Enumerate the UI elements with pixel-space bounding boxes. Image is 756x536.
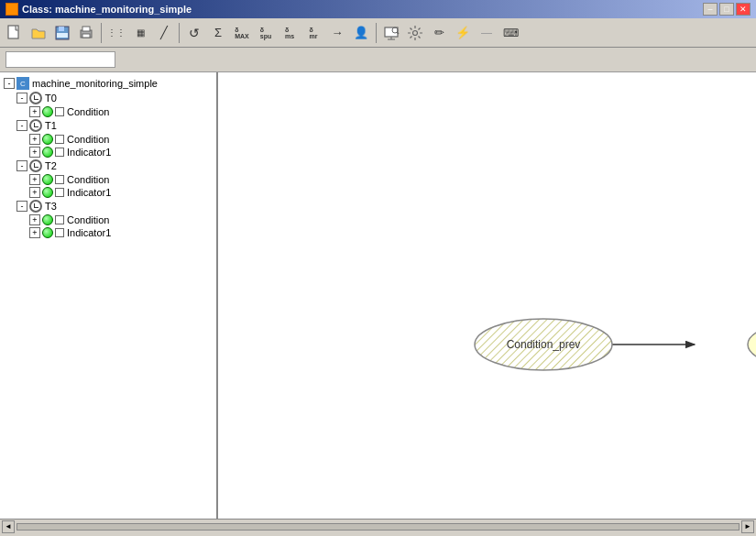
- settings-button[interactable]: [404, 22, 426, 44]
- t3-expand[interactable]: -: [16, 201, 27, 212]
- scroll-left[interactable]: ◄: [2, 520, 15, 533]
- sum-button[interactable]: Σ: [207, 22, 229, 44]
- tree-item-t1-parent[interactable]: - T1: [0, 118, 216, 133]
- refresh-button[interactable]: ↺: [183, 22, 205, 44]
- root-icon: C: [16, 77, 29, 90]
- root-expand[interactable]: -: [4, 78, 15, 89]
- green-circle-t2-ind: [42, 187, 53, 198]
- print-button[interactable]: [75, 22, 97, 44]
- green-circle-t3-ind: [42, 227, 53, 238]
- t3-indicator-expand[interactable]: +: [29, 227, 40, 238]
- tree-item-t2-parent[interactable]: - T2: [0, 159, 216, 173]
- root-label: machine_monitoring_simple: [32, 78, 158, 89]
- line-button[interactable]: ╱: [153, 22, 175, 44]
- lightning-button[interactable]: ⚡: [452, 22, 474, 44]
- diagram-svg: Condition_prev Condition Indicator1: [218, 72, 756, 519]
- t0-condition-expand[interactable]: +: [29, 106, 40, 117]
- delta-spu-button[interactable]: δspu: [255, 22, 277, 44]
- t3-indicator-label: Indicator1: [67, 227, 111, 238]
- t1-label: T1: [45, 120, 57, 131]
- delta-max-button[interactable]: δMAX: [231, 22, 253, 44]
- svg-rect-3: [57, 33, 68, 38]
- scroll-right[interactable]: ►: [741, 520, 754, 533]
- separator-2: [179, 23, 180, 43]
- tree-item-t3-condition[interactable]: + Condition: [0, 213, 216, 226]
- tree-item-t3-parent[interactable]: - T3: [0, 199, 216, 213]
- save-button[interactable]: [51, 22, 73, 44]
- open-button[interactable]: [27, 22, 49, 44]
- delta-mr-button[interactable]: δmr: [302, 22, 324, 44]
- tree-item-t0-condition[interactable]: + Condition: [0, 105, 216, 118]
- svg-rect-5: [82, 27, 90, 31]
- t2-expand[interactable]: -: [16, 160, 27, 171]
- tree-item-t2-indicator[interactable]: + Indicator1: [0, 186, 216, 199]
- svg-rect-6: [82, 34, 90, 38]
- t1-condition-expand[interactable]: +: [29, 134, 40, 145]
- separator-3: [376, 23, 377, 43]
- t3-condition-expand[interactable]: +: [29, 214, 40, 225]
- t0-condition-label: Condition: [67, 106, 109, 117]
- tree-root[interactable]: - C machine_monitoring_simple: [0, 76, 216, 91]
- clock-icon-t1: [29, 119, 42, 132]
- search-input[interactable]: [5, 51, 115, 68]
- delta-ms-button[interactable]: δms: [279, 22, 301, 44]
- white-box-t1-ind: [55, 148, 64, 157]
- clock-icon-t2: [29, 159, 42, 172]
- white-box-t2-ind: [55, 188, 64, 197]
- tree-item-t1-indicator[interactable]: + Indicator1: [0, 146, 216, 159]
- layout-button[interactable]: ▦: [129, 22, 151, 44]
- user-button[interactable]: 👤: [350, 22, 372, 44]
- t2-indicator-label: Indicator1: [67, 187, 111, 198]
- green-circle-t0-cond: [42, 106, 53, 117]
- svg-rect-2: [59, 27, 64, 31]
- close-button[interactable]: ✕: [736, 3, 751, 16]
- svg-point-12: [413, 30, 418, 35]
- main-area: - C machine_monitoring_simple - T0 + Con…: [0, 72, 756, 519]
- search-bar: [0, 48, 756, 72]
- white-box-t0-cond: [55, 107, 64, 116]
- monitor-button[interactable]: [380, 22, 402, 44]
- condition-node[interactable]: [748, 319, 756, 370]
- t1-expand[interactable]: -: [16, 120, 27, 131]
- title-bar: Class: machine_monitoring_simple – □ ✕: [0, 0, 756, 18]
- scroll-track[interactable]: [16, 523, 740, 531]
- t1-indicator-label: Indicator1: [67, 147, 111, 158]
- t2-label: T2: [45, 160, 57, 171]
- bottom-scrollbar: ◄ ►: [0, 519, 756, 533]
- t3-condition-label: Condition: [67, 214, 109, 225]
- green-circle-t3-cond: [42, 214, 53, 225]
- t2-indicator-expand[interactable]: +: [29, 187, 40, 198]
- keyboard-button[interactable]: ⌨: [499, 22, 521, 44]
- t3-label: T3: [45, 201, 57, 212]
- clock-icon-t0: [29, 92, 42, 104]
- tree-panel: - C machine_monitoring_simple - T0 + Con…: [0, 72, 218, 519]
- arrow-button[interactable]: →: [326, 22, 348, 44]
- white-box-t3-cond: [55, 215, 64, 224]
- t1-indicator-expand[interactable]: +: [29, 147, 40, 158]
- condition-prev-label: Condition_prev: [507, 338, 581, 351]
- title-text: Class: machine_monitoring_simple: [22, 4, 192, 15]
- canvas-panel[interactable]: Condition_prev Condition Indicator1: [218, 72, 756, 519]
- window-controls: – □ ✕: [703, 3, 751, 16]
- minimize-button[interactable]: –: [703, 3, 718, 16]
- maximize-button[interactable]: □: [719, 3, 734, 16]
- t0-expand[interactable]: -: [16, 93, 27, 104]
- white-box-t2-cond: [55, 175, 64, 184]
- t1-condition-label: Condition: [67, 134, 109, 145]
- green-circle-t1-cond: [42, 134, 53, 145]
- tree-item-t3-indicator[interactable]: + Indicator1: [0, 226, 216, 239]
- t0-label: T0: [45, 93, 57, 104]
- tree-item-t1-condition[interactable]: + Condition: [0, 133, 216, 146]
- tree-item-t2-condition[interactable]: + Condition: [0, 173, 216, 186]
- new-button[interactable]: [4, 22, 26, 44]
- white-box-t1-cond: [55, 135, 64, 144]
- hierarchy-button[interactable]: ⋮⋮: [105, 22, 127, 44]
- toolbar: ⋮⋮ ▦ ╱ ↺ Σ δMAX δspu δms δmr → 👤 ✏ ⚡ — ⌨: [0, 18, 756, 48]
- tree-item-t0-parent[interactable]: - T0: [0, 91, 216, 105]
- key-button[interactable]: —: [476, 22, 498, 44]
- pencil-button[interactable]: ✏: [428, 22, 450, 44]
- separator-1: [101, 23, 102, 43]
- svg-rect-7: [385, 27, 398, 37]
- t2-condition-expand[interactable]: +: [29, 174, 40, 185]
- svg-rect-0: [8, 26, 18, 38]
